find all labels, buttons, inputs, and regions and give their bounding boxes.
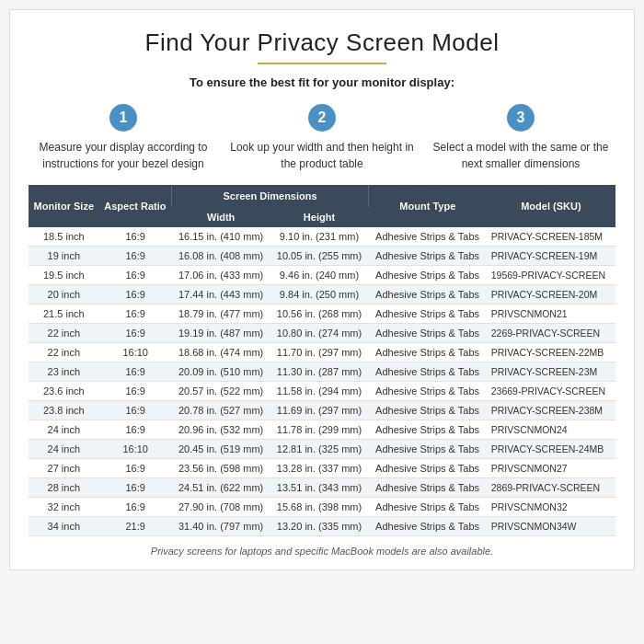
cell-mount: Adhesive Strips & Tabs <box>368 382 486 401</box>
cell-height: 9.10 in. (231 mm) <box>270 227 369 247</box>
cell-sku: PRIVSCNMON34W <box>487 517 615 536</box>
cell-sku: PRIVACY-SCREEN-20M <box>487 285 615 305</box>
col-height: Height <box>270 207 369 227</box>
cell-mount: Adhesive Strips & Tabs <box>368 285 486 305</box>
cell-width: 16.15 in. (410 mm) <box>172 227 270 247</box>
table-row: 22 inch 16:10 18.68 in. (474 mm) 11.70 i… <box>29 343 615 362</box>
table-row: 23 inch 16:9 20.09 in. (510 mm) 11.30 in… <box>29 362 615 382</box>
cell-ratio: 16:9 <box>99 401 172 420</box>
cell-ratio: 16:9 <box>99 305 172 324</box>
cell-ratio: 16:9 <box>99 285 172 305</box>
table-row: 19.5 inch 16:9 17.06 in. (433 mm) 9.46 i… <box>29 266 615 285</box>
table-row: 23.8 inch 16:9 20.78 in. (527 mm) 11.69 … <box>29 401 615 420</box>
cell-height: 10.80 in. (274 mm) <box>270 324 369 343</box>
cell-width: 19.19 in. (487 mm) <box>172 324 270 343</box>
cell-width: 20.96 in. (532 mm) <box>172 420 270 440</box>
step-1-circle: 1 <box>109 104 137 132</box>
cell-ratio: 16:9 <box>99 227 172 247</box>
cell-mount: Adhesive Strips & Tabs <box>368 343 486 362</box>
cell-height: 13.51 in. (343 mm) <box>270 478 369 498</box>
cell-height: 11.78 in. (299 mm) <box>270 420 369 440</box>
cell-size: 19 inch <box>29 247 99 266</box>
cell-ratio: 16:9 <box>99 420 172 440</box>
cell-width: 20.09 in. (510 mm) <box>172 362 270 382</box>
cell-width: 18.68 in. (474 mm) <box>172 343 270 362</box>
cell-ratio: 16:9 <box>99 247 172 266</box>
cell-mount: Adhesive Strips & Tabs <box>368 459 486 478</box>
cell-sku: PRIVSCNMON32 <box>487 498 615 517</box>
cell-sku: 19569-PRIVACY-SCREEN <box>487 266 615 285</box>
cell-sku: PRIVACY-SCREEN-23M <box>487 362 615 382</box>
main-container: Find Your Privacy Screen Model To ensure… <box>9 9 635 570</box>
cell-ratio: 16:10 <box>99 343 172 362</box>
cell-height: 11.30 in. (287 mm) <box>270 362 369 382</box>
table-row: 21.5 inch 16:9 18.79 in. (477 mm) 10.56 … <box>29 305 615 324</box>
step-3: 3 Select a model with the same or the ne… <box>426 104 615 172</box>
cell-size: 28 inch <box>29 478 99 498</box>
step-2-number: 2 <box>318 109 327 126</box>
cell-width: 24.51 in. (622 mm) <box>172 478 270 498</box>
cell-sku: PRIVSCNMON27 <box>487 459 615 478</box>
cell-sku: PRIVACY-SCREEN-19M <box>487 247 615 266</box>
cell-mount: Adhesive Strips & Tabs <box>368 517 486 536</box>
cell-mount: Adhesive Strips & Tabs <box>368 420 486 440</box>
cell-size: 18.5 inch <box>29 227 99 247</box>
cell-sku: 2269-PRIVACY-SCREEN <box>487 324 615 343</box>
cell-mount: Adhesive Strips & Tabs <box>368 324 486 343</box>
cell-width: 18.79 in. (477 mm) <box>172 305 270 324</box>
table-row: 34 inch 21:9 31.40 in. (797 mm) 13.20 in… <box>29 517 615 536</box>
cell-ratio: 16:9 <box>99 478 172 498</box>
cell-ratio: 16:9 <box>99 382 172 401</box>
cell-sku: PRIVACY-SCREEN-24MB <box>487 440 615 459</box>
cell-height: 9.46 in. (240 mm) <box>270 266 369 285</box>
table-body: 18.5 inch 16:9 16.15 in. (410 mm) 9.10 i… <box>29 227 615 536</box>
step-1-number: 1 <box>120 109 128 126</box>
table-header-row-1: Monitor Size Aspect Ratio Screen Dimensi… <box>29 185 615 207</box>
step-2: 2 Look up your width and then height in … <box>227 104 417 172</box>
cell-width: 17.44 in. (443 mm) <box>172 285 270 305</box>
cell-size: 32 inch <box>29 498 99 517</box>
col-width: Width <box>172 207 270 227</box>
cell-mount: Adhesive Strips & Tabs <box>368 305 486 324</box>
table-row: 23.6 inch 16:9 20.57 in. (522 mm) 11.58 … <box>29 382 615 401</box>
cell-mount: Adhesive Strips & Tabs <box>368 247 486 266</box>
col-screen-dimensions: Screen Dimensions <box>172 185 369 207</box>
cell-size: 34 inch <box>29 517 99 536</box>
cell-ratio: 16:9 <box>99 498 172 517</box>
cell-ratio: 16:10 <box>99 440 172 459</box>
cell-mount: Adhesive Strips & Tabs <box>368 266 486 285</box>
cell-height: 9.84 in. (250 mm) <box>270 285 369 305</box>
cell-mount: Adhesive Strips & Tabs <box>368 401 486 420</box>
cell-mount: Adhesive Strips & Tabs <box>368 227 486 247</box>
cell-mount: Adhesive Strips & Tabs <box>368 498 486 517</box>
table-row: 18.5 inch 16:9 16.15 in. (410 mm) 9.10 i… <box>29 227 615 247</box>
cell-size: 23.8 inch <box>29 401 99 420</box>
cell-ratio: 16:9 <box>99 324 172 343</box>
footer-note: Privacy screens for laptops and specific… <box>29 546 615 557</box>
cell-width: 20.78 in. (527 mm) <box>172 401 270 420</box>
step-1-text: Measure your display according to instru… <box>29 139 218 172</box>
col-model-sku: Model (SKU) <box>487 185 615 227</box>
cell-sku: PRIVACY-SCREEN-22MB <box>487 343 615 362</box>
cell-width: 20.45 in. (519 mm) <box>172 440 270 459</box>
cell-size: 24 inch <box>29 420 99 440</box>
main-title: Find Your Privacy Screen Model <box>29 29 615 57</box>
table-row: 24 inch 16:10 20.45 in. (519 mm) 12.81 i… <box>29 440 615 459</box>
cell-ratio: 16:9 <box>99 459 172 478</box>
cell-ratio: 21:9 <box>99 517 172 536</box>
table-row: 27 inch 16:9 23.56 in. (598 mm) 13.28 in… <box>29 459 615 478</box>
col-monitor-size: Monitor Size <box>29 185 99 227</box>
cell-width: 20.57 in. (522 mm) <box>172 382 270 401</box>
cell-width: 23.56 in. (598 mm) <box>172 459 270 478</box>
cell-mount: Adhesive Strips & Tabs <box>368 440 486 459</box>
cell-height: 12.81 in. (325 mm) <box>270 440 369 459</box>
cell-size: 24 inch <box>29 440 99 459</box>
step-3-text: Select a model with the same or the next… <box>426 139 615 172</box>
table-row: 20 inch 16:9 17.44 in. (443 mm) 9.84 in.… <box>29 285 615 305</box>
cell-height: 15.68 in. (398 mm) <box>270 498 369 517</box>
step-1: 1 Measure your display according to inst… <box>29 104 218 172</box>
cell-sku: PRIVACY-SCREEN-238M <box>487 401 615 420</box>
table-row: 22 inch 16:9 19.19 in. (487 mm) 10.80 in… <box>29 324 615 343</box>
cell-size: 21.5 inch <box>29 305 99 324</box>
cell-size: 22 inch <box>29 343 99 362</box>
